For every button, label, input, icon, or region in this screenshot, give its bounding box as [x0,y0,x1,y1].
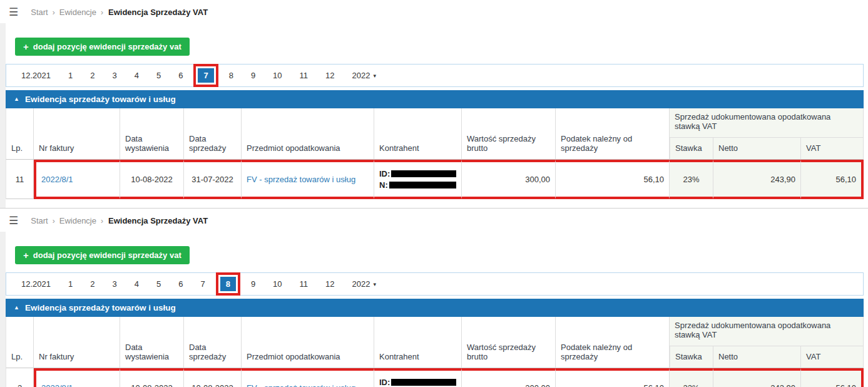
menu-icon[interactable]: ☰ [9,7,18,18]
col-header-group-vat: Sprzedaż udokumentowana opodatkowana sta… [670,317,864,346]
cell-nr-faktury: 2022/8/1 [34,160,120,199]
pagination-item-10[interactable]: 10 [264,277,290,291]
pagination-item-6[interactable]: 6 [170,277,191,291]
cell-data-wystawienia: 10-08-2022 [120,368,184,387]
plus-icon: + [23,250,29,260]
cell-lp: 2 [6,368,34,387]
pagination-item-4[interactable]: 4 [126,68,148,83]
chevron-down-icon: ▾ [373,281,376,287]
breadcrumb-separator: › [53,8,55,17]
pagination-item-5[interactable]: 5 [148,68,170,83]
table-row: 22022/8/110-08-202210-08-2022FV - sprzed… [6,368,864,387]
cell-stawka: 23% [670,160,713,199]
invoice-link[interactable]: 2022/8/1 [41,383,73,387]
cell-stawka: 23% [670,368,713,387]
pagination-item-12.2021[interactable]: 12.2021 [13,277,59,291]
pagination-item-10[interactable]: 10 [264,68,290,83]
cell-brutto: -300,00 [462,368,556,387]
kontrahent-id-line: ID: [379,168,456,180]
pagination-item-8[interactable]: 8 [220,68,242,83]
pagination-item-12[interactable]: 12 [317,277,343,291]
add-entry-button-label: dodaj pozycję ewidencji sprzedaży vat [33,42,181,51]
year-dropdown-label: 2022 [352,279,370,289]
add-entry-button[interactable]: + dodaj pozycję ewidencji sprzedaży vat [15,38,190,56]
pagination-item-3[interactable]: 3 [103,68,125,83]
breadcrumb-link-start[interactable]: Start [31,8,48,17]
pagination-item-7[interactable]: 7 [198,68,213,83]
col-header-nr-faktury: Nr faktury [34,108,120,160]
pagination-item-7[interactable]: 7 [191,277,213,291]
breadcrumb-link-start[interactable]: Start [31,216,48,225]
year-dropdown[interactable]: 2022▾ [344,68,385,83]
breadcrumb-separator: › [101,217,103,225]
col-header-data-sprzedazy: Data sprzedaży [184,317,242,368]
col-header-data-wystawienia: Data wystawienia [120,108,184,160]
subject-link[interactable]: FV - sprzedaż towarów i usług [247,383,355,387]
chevron-up-icon: ▲ [14,305,19,311]
breadcrumb: ☰ Start › Ewidencje › Ewidencja Sprzedaż… [0,209,868,232]
chevron-up-icon: ▲ [14,96,19,102]
pagination-item-9[interactable]: 9 [242,68,264,83]
cell-data-wystawienia: 10-08-2022 [120,160,184,199]
pagination-item-2[interactable]: 2 [81,68,103,83]
pagination-item-11[interactable]: 11 [291,68,317,83]
pagination-item-3[interactable]: 3 [103,277,125,291]
month-pagination: 12.20211234567891011122022▾ [6,64,864,87]
col-header-lp: Lp. [6,317,34,368]
cell-vat: -56,10 [801,368,864,387]
table-row: 112022/8/110-08-202231-07-2022FV - sprze… [6,160,864,199]
col-header-brutto: Wartość sprzedaży brutto [462,108,556,160]
col-header-kontrahent: Kontrahent [374,317,462,368]
cell-data-sprzedazy: 31-07-2022 [184,160,242,199]
cell-kontrahent: ID:N: [374,160,462,199]
redacted-text [389,182,456,188]
annotation-red-box: 8 [216,272,240,296]
col-header-przedmiot: Przedmiot opodatkowania [242,108,374,160]
panel-title: Ewidencja sprzedaży towarów i usług [25,303,176,312]
redacted-text [391,379,456,386]
year-dropdown-label: 2022 [352,71,370,80]
pagination-item-4[interactable]: 4 [126,277,148,291]
pagination-item-9[interactable]: 9 [242,277,264,291]
kontrahent-n-line: N: [379,180,456,191]
pagination-item-5[interactable]: 5 [148,277,170,291]
invoice-link[interactable]: 2022/8/1 [41,175,73,184]
col-header-nr-faktury: Nr faktury [34,317,120,368]
panel-header[interactable]: ▲ Ewidencja sprzedaży towarów i usług [6,299,864,317]
breadcrumb-current: Ewidencja Sprzedaży VAT [108,8,208,17]
screenshot-section-month-8: ☰ Start › Ewidencje › Ewidencja Sprzedaż… [0,208,868,387]
pagination-item-2[interactable]: 2 [81,277,103,291]
cell-przedmiot: FV - sprzedaż towarów i usług [242,160,374,199]
pagination-item-1[interactable]: 1 [59,277,81,291]
col-header-vat: VAT [801,138,864,160]
screenshot-section-month-7: ☰ Start › Ewidencje › Ewidencja Sprzedaż… [0,0,868,208]
breadcrumb: ☰ Start › Ewidencje › Ewidencja Sprzedaż… [0,0,868,23]
cell-vat: 56,10 [801,160,864,199]
annotation-red-box: 7 [193,64,218,87]
cell-kontrahent: ID:N: [374,368,462,387]
main-content: + dodaj pozycję ewidencji sprzedaży vat … [0,232,868,387]
subject-link[interactable]: FV - sprzedaż towarów i usług [247,175,355,184]
pagination-item-6[interactable]: 6 [170,68,191,83]
col-header-podatek: Podatek należny od sprzedaży [556,317,670,368]
breadcrumb-link-ewidencje[interactable]: Ewidencje [59,216,96,225]
add-entry-button[interactable]: + dodaj pozycję ewidencji sprzedaży vat [15,246,190,264]
cell-przedmiot: FV - sprzedaż towarów i usług [242,368,374,387]
pagination-item-1[interactable]: 1 [59,68,81,83]
breadcrumb-separator: › [53,217,55,225]
cell-podatek: -56,10 [556,368,670,387]
col-header-stawka: Stawka [670,346,713,368]
breadcrumb-link-ewidencje[interactable]: Ewidencje [59,8,96,17]
panel-header[interactable]: ▲ Ewidencja sprzedaży towarów i usług [6,90,864,108]
pagination-item-8[interactable]: 8 [220,277,236,291]
cell-podatek: 56,10 [556,160,670,199]
menu-icon[interactable]: ☰ [9,215,18,226]
redacted-text [391,170,456,177]
cell-nr-faktury: 2022/8/1 [34,368,120,387]
pagination-item-12[interactable]: 12 [317,68,343,83]
pagination-item-12.2021[interactable]: 12.2021 [13,68,59,83]
year-dropdown[interactable]: 2022▾ [344,277,385,291]
pagination-item-11[interactable]: 11 [291,277,317,291]
col-header-data-wystawienia: Data wystawienia [120,317,184,368]
breadcrumb-current: Ewidencja Sprzedaży VAT [108,216,208,225]
